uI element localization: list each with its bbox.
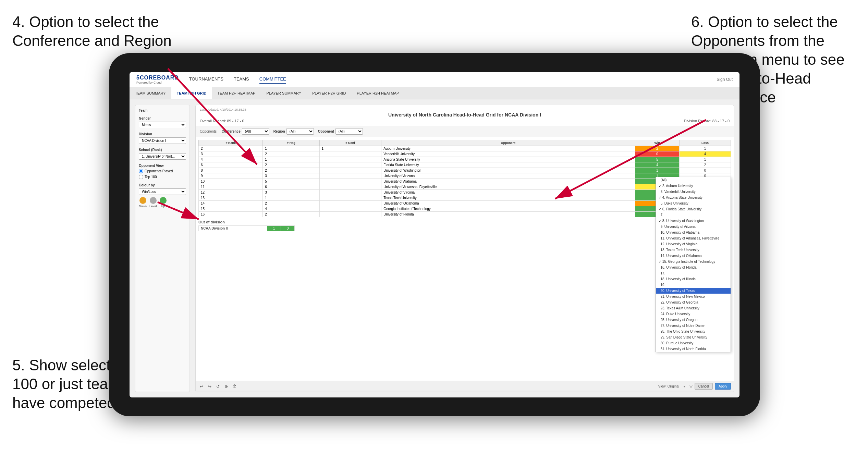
dropdown-item[interactable]: 16. University of Florida <box>656 265 731 270</box>
sidebar-colour-select[interactable]: Win/Loss <box>139 188 186 195</box>
dropdown-item[interactable]: 23. Texas A&M University <box>656 305 731 311</box>
dropdown-item[interactable]: 27. University of Notre Dame <box>656 323 731 329</box>
dropdown-item[interactable]: 21. University of New Mexico <box>656 294 731 299</box>
sidebar-gender-select[interactable]: Men's <box>139 122 186 128</box>
sidebar-radio-opponents[interactable] <box>139 169 143 173</box>
cell-conf <box>319 206 381 212</box>
nav-teams[interactable]: TEAMS <box>234 75 249 84</box>
dropdown-item[interactable]: (All) <box>656 177 731 183</box>
dropdown-item[interactable]: ✓ 2. Auburn University <box>656 183 731 189</box>
apply-button[interactable]: Apply <box>715 383 731 390</box>
dropdown-item[interactable]: 11. University of Arkansas, Fayetteville <box>656 235 731 241</box>
col-opponent: Opponent <box>381 140 635 146</box>
sidebar-school-select[interactable]: 1. University of Nort... <box>139 153 186 160</box>
panel-subtitle: Overall Record: 89 - 17 - 0 Division Rec… <box>200 119 730 123</box>
opponent-select[interactable]: (All) <box>335 128 363 135</box>
cell-conf <box>319 179 381 184</box>
sec-nav-h2h-heatmap[interactable]: TEAM H2H HEATMAP <box>212 87 261 99</box>
out-division-row: NCAA Division II 1 0 <box>199 226 295 231</box>
clock-icon: ⏱ <box>231 383 238 390</box>
cell-reg: 2 <box>263 162 319 168</box>
col-loss: Loss <box>680 140 731 146</box>
sidebar-gender-section: Gender Men's <box>139 116 186 128</box>
cell-opponent: University of Florida <box>381 212 635 217</box>
sign-out-button[interactable]: Sign Out <box>717 77 733 82</box>
dropdown-item[interactable]: 7. <box>656 212 731 218</box>
cell-win: 4 <box>635 162 680 168</box>
dropdown-item[interactable]: ✓ 6. Florida State University <box>656 206 731 212</box>
dropdown-item[interactable]: 29. San Diego State University <box>656 334 731 340</box>
dropdown-item[interactable]: 28. The Ohio State University <box>656 329 731 334</box>
sidebar-division-select[interactable]: NCAA Division I <box>139 137 186 144</box>
dropdown-item[interactable]: 20. University of Texas <box>656 288 731 294</box>
sec-nav-h2h-grid[interactable]: TEAM H2H GRID <box>171 87 212 99</box>
cell-reg: 2 <box>263 201 319 206</box>
cancel-button[interactable]: Cancel <box>695 383 713 390</box>
dropdown-item[interactable]: 5. Duke University <box>656 200 731 206</box>
undo-button[interactable]: ↩ <box>198 383 205 390</box>
sidebar-school-label: School (Rank) <box>139 148 186 152</box>
cell-win: 0 <box>635 151 680 157</box>
dropdown-item[interactable]: ✓ 4. Arizona State University <box>656 195 731 200</box>
table-row: 3 2 Vanderbilt University 0 4 <box>199 151 731 157</box>
dropdown-item[interactable]: 19. <box>656 282 731 288</box>
dropdown-item[interactable]: 13. Texas Tech University <box>656 247 731 253</box>
dropdown-item[interactable]: 25. University of Oregon <box>656 317 731 323</box>
dropdown-item[interactable]: 24. Duke University <box>656 311 731 317</box>
dropdown-item[interactable]: ✓ 15. Georgia Institute of Technology <box>656 259 731 265</box>
cell-loss: 0 <box>680 168 731 173</box>
cell-reg: 1 <box>263 157 319 162</box>
dropdown-item[interactable]: ✓ 8. University of Washington <box>656 218 731 224</box>
dropdown-item[interactable]: 3. Vanderbilt University <box>656 189 731 195</box>
sec-nav-team-summary[interactable]: TEAM SUMMARY <box>130 87 171 99</box>
sec-nav-player-h2h-heatmap[interactable]: PLAYER H2H HEATMAP <box>351 87 404 99</box>
cell-opponent: Vanderbilt University <box>381 151 635 157</box>
top-nav: 5COREBOARD Powered by Cloud TOURNAMENTS … <box>130 72 739 87</box>
cell-rank: 8 <box>199 168 263 173</box>
cell-reg: 6 <box>263 184 319 190</box>
cell-opponent: University of Alabama <box>381 179 635 184</box>
region-select[interactable]: (All) <box>286 128 314 135</box>
top-nav-items: TOURNAMENTS TEAMS COMMITTEE <box>189 75 717 84</box>
sidebar-school-section: School (Rank) 1. University of Nort... <box>139 148 186 160</box>
sidebar-radio-top100-label[interactable]: Top 100 <box>139 175 186 179</box>
conference-label: Conference <box>222 130 241 133</box>
sidebar-radio-top100[interactable] <box>139 175 143 179</box>
dropdown-item[interactable]: 12. University of Virginia <box>656 241 731 247</box>
h2h-table: # Rank # Reg # Conf Opponent Win Loss 2 <box>198 140 731 217</box>
cell-opponent: Texas Tech University <box>381 195 635 201</box>
sidebar-division-label: Division <box>139 132 186 136</box>
zoom-button[interactable]: ⊕ <box>223 383 229 390</box>
dropdown-item[interactable]: 22. University of Georgia <box>656 299 731 305</box>
opponent-dropdown[interactable]: (All)✓ 2. Auburn University 3. Vanderbil… <box>656 177 731 352</box>
cell-rank: 3 <box>199 151 263 157</box>
redo-button[interactable]: ↪ <box>207 383 213 390</box>
sec-nav-player-summary[interactable]: PLAYER SUMMARY <box>261 87 307 99</box>
cell-win: 2 <box>635 146 680 151</box>
conference-select[interactable]: (All) <box>242 128 269 135</box>
dropdown-item[interactable]: 17. <box>656 270 731 276</box>
table-row: 15 4 Georgia Institute of Technology 5 1 <box>199 206 731 212</box>
sec-nav-player-h2h-grid[interactable]: PLAYER H2H GRID <box>307 87 351 99</box>
reset-button[interactable]: ↺ <box>215 383 221 390</box>
dropdown-item[interactable]: 18. University of Illinois <box>656 276 731 282</box>
dropdown-item[interactable]: 30. Purdue University <box>656 340 731 346</box>
dropdown-item[interactable]: 31. University of North Florida <box>656 346 731 352</box>
colour-legend: Down Level Up <box>139 197 186 208</box>
cell-reg: 1 <box>263 195 319 201</box>
sidebar: Team Gender Men's Division NCAA Division… <box>135 105 190 392</box>
logo-text: 5COREBOARD <box>136 75 179 81</box>
dropdown-item[interactable]: 14. University of Oklahoma <box>656 253 731 259</box>
sidebar-colour-label: Colour by <box>139 183 186 187</box>
legend-up-label: Up <box>161 205 165 208</box>
cell-conf <box>319 201 381 206</box>
nav-tournaments[interactable]: TOURNAMENTS <box>189 75 223 84</box>
dropdown-item[interactable]: 10. University of Alabama <box>656 230 731 235</box>
dropdown-item[interactable]: 9. University of Arizona <box>656 224 731 230</box>
cell-conf <box>319 212 381 217</box>
cell-reg: 1 <box>263 146 319 151</box>
sidebar-radio-opponents-label[interactable]: Opponents Played <box>139 169 186 173</box>
nav-committee[interactable]: COMMITTEE <box>259 75 286 84</box>
cell-rank: 16 <box>199 212 263 217</box>
cell-rank: 14 <box>199 201 263 206</box>
